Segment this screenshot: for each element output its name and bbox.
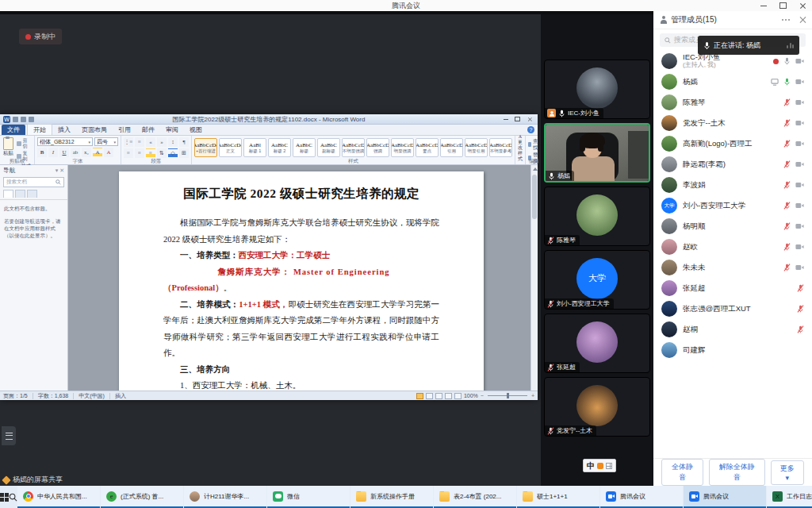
italic-button[interactable]: I — [48, 148, 58, 157]
style-3[interactable]: AaBbC标题 2 — [268, 138, 291, 157]
font-size-select[interactable]: 四号▾ — [94, 137, 118, 146]
undo-icon[interactable] — [21, 117, 26, 122]
taskbar-item-0[interactable]: 中华人民共和国... — [17, 486, 100, 508]
member-row-7[interactable]: 大学刘小-西安理工大学 — [653, 195, 812, 216]
navpane-tab-pages[interactable] — [15, 190, 25, 198]
member-row-9[interactable]: 赵欧 — [653, 237, 812, 257]
style-1[interactable]: AaBbCcDd正文 — [219, 138, 242, 157]
align-justify-button[interactable]: ≡ — [146, 148, 155, 158]
word-tab-2[interactable]: 插入 — [52, 125, 76, 135]
word-tab-6[interactable]: 审阅 — [160, 125, 184, 135]
align-center-button[interactable]: ≡ — [135, 148, 144, 158]
member-row-3[interactable]: 党发宁--土木 — [653, 113, 812, 133]
bullets-button[interactable]: ⋮≡ — [124, 137, 133, 147]
member-row-6[interactable]: 李波娟 — [653, 175, 812, 195]
word-close-icon[interactable] — [527, 117, 532, 121]
video-tile-2[interactable]: 陈雅琴 — [544, 187, 650, 246]
style-5[interactable]: AaBbC副标题 — [317, 138, 340, 157]
word-tab-4[interactable]: 引用 — [113, 125, 136, 135]
more-options-icon[interactable] — [782, 19, 790, 21]
subscript-button[interactable]: x₂ — [82, 148, 91, 157]
more-button[interactable]: 更多 ▾ — [771, 460, 804, 485]
taskbar-search-button[interactable] — [9, 486, 17, 508]
video-tile-5[interactable]: 党发宁--土木 — [544, 377, 650, 437]
style-0[interactable]: AaBbCcDd+首行缩进 — [194, 138, 217, 157]
font-color-button[interactable]: A — [104, 148, 113, 157]
navpane-search-input[interactable]: 搜索文档 — [3, 177, 64, 187]
sort-button[interactable]: ↕ — [168, 137, 178, 147]
style-8[interactable]: AaBbCcD明显强调 — [391, 138, 414, 157]
outdent-button[interactable]: « — [146, 137, 155, 147]
style-11[interactable]: AaBbCcD明显引用 — [465, 138, 488, 157]
word-tab-7[interactable]: 视图 — [184, 125, 208, 135]
zoom-out-icon[interactable]: − — [481, 393, 484, 398]
maximize-icon[interactable] — [779, 2, 787, 9]
taskbar-item-2[interactable]: 计H211谢华李... — [184, 486, 266, 508]
word-tab-1[interactable]: 开始 — [27, 124, 52, 135]
help-icon[interactable]: ? — [527, 126, 534, 133]
video-tile-0[interactable]: IEC-刘小鱼 — [544, 60, 650, 119]
document-area[interactable]: 国际工学院 2022 级硕士研究生培养的规定根据国际工学院与詹姆斯库克大学联合培… — [68, 165, 530, 391]
scrollbar-thumb[interactable] — [532, 175, 537, 219]
start-button[interactable] — [0, 486, 9, 508]
change-styles-button[interactable]: A 更改样式 — [515, 136, 526, 164]
word-tab-3[interactable]: 页面布局 — [76, 125, 113, 135]
style-2[interactable]: AaBl标题 1 — [243, 138, 266, 157]
ime-indicator[interactable]: 中 — [583, 459, 616, 472]
word-minimize-icon[interactable] — [504, 119, 508, 120]
clipboard-item-0[interactable]: 剪切 — [17, 138, 32, 149]
taskbar-item-1[interactable]: e(正式系统) 首... — [101, 486, 183, 508]
style-4[interactable]: AaBbC标题 — [293, 138, 316, 157]
zoom-in-icon[interactable]: + — [531, 393, 534, 398]
video-tile-4[interactable]: 张延超 — [544, 314, 650, 373]
taskbar-item-6[interactable]: 硕士1+1+1 — [517, 486, 599, 508]
member-row-4[interactable]: 高新勤(Logo)-西理工 — [653, 133, 812, 154]
indent-button[interactable]: » — [157, 137, 167, 147]
line-spacing-button[interactable]: ⇅ — [157, 148, 167, 158]
member-row-12[interactable]: 张志强@西理工XUT — [653, 298, 812, 319]
member-row-8[interactable]: 杨明顺 — [653, 216, 812, 237]
video-tile-3[interactable]: 大学 刘小-西安理工大学 — [544, 250, 650, 310]
minimize-icon[interactable] — [760, 6, 767, 6]
unmute-all-button[interactable]: 解除全体静音 — [709, 459, 765, 486]
style-7[interactable]: AaBbCcD强调 — [366, 138, 389, 157]
numbering-button[interactable]: ≡ — [135, 137, 144, 147]
navpane-tab-headings[interactable] — [3, 190, 13, 198]
show-marks-button[interactable]: ¶ — [179, 137, 189, 147]
member-row-5[interactable]: 静远霜(李霜) — [653, 154, 812, 175]
member-row-1[interactable]: 杨嫣 — [653, 71, 812, 92]
underline-button[interactable]: U — [59, 148, 69, 157]
view-draft-button[interactable] — [454, 393, 462, 399]
shading-button[interactable]: ◇ — [168, 148, 178, 158]
document-page[interactable]: 国际工学院 2022 级硕士研究生培养的规定根据国际工学院与詹姆斯库克大学联合培… — [119, 171, 484, 391]
view-print-layout-button[interactable] — [416, 393, 423, 399]
bold-button[interactable]: B — [37, 148, 47, 157]
zoom-level[interactable]: 100% — [464, 393, 478, 398]
sidebar-toggle-button[interactable] — [2, 426, 16, 445]
font-name-select[interactable]: 楷体_GB2312▾ — [37, 137, 93, 146]
member-row-10[interactable]: 朱未未 — [653, 257, 812, 278]
style-9[interactable]: AaBbCcD要点 — [416, 138, 439, 157]
word-maximize-icon[interactable] — [515, 117, 520, 121]
close-icon[interactable] — [799, 2, 806, 9]
style-10[interactable]: AaBbCcD引用 — [440, 138, 463, 157]
member-row-14[interactable]: 司建辉 — [653, 340, 812, 360]
taskbar-item-8[interactable]: 腾讯会议 — [684, 486, 766, 508]
style-12[interactable]: AaBbCcD不明显参考 — [489, 138, 512, 157]
taskbar-item-3[interactable]: 微信 — [267, 486, 350, 508]
member-row-2[interactable]: 陈雅琴 — [653, 92, 812, 113]
highlight-button[interactable]: A — [93, 148, 102, 157]
panel-close-icon[interactable] — [799, 17, 806, 23]
mute-all-button[interactable]: 全体静音 — [661, 459, 703, 486]
word-logo-icon[interactable]: W — [3, 116, 10, 123]
word-tab-5[interactable]: 邮件 — [136, 125, 160, 135]
word-tab-0[interactable]: 文件 — [2, 125, 25, 135]
navpane-close-icon[interactable]: ▾ ✕ — [56, 167, 64, 174]
view-fullscreen-button[interactable] — [426, 393, 433, 399]
redo-icon[interactable] — [29, 117, 34, 122]
zoom-slider[interactable] — [488, 395, 527, 396]
align-left-button[interactable]: ≡ — [124, 148, 133, 158]
save-icon[interactable] — [13, 117, 18, 122]
view-web-button[interactable] — [435, 393, 442, 399]
member-row-11[interactable]: 张延超 — [653, 278, 812, 298]
